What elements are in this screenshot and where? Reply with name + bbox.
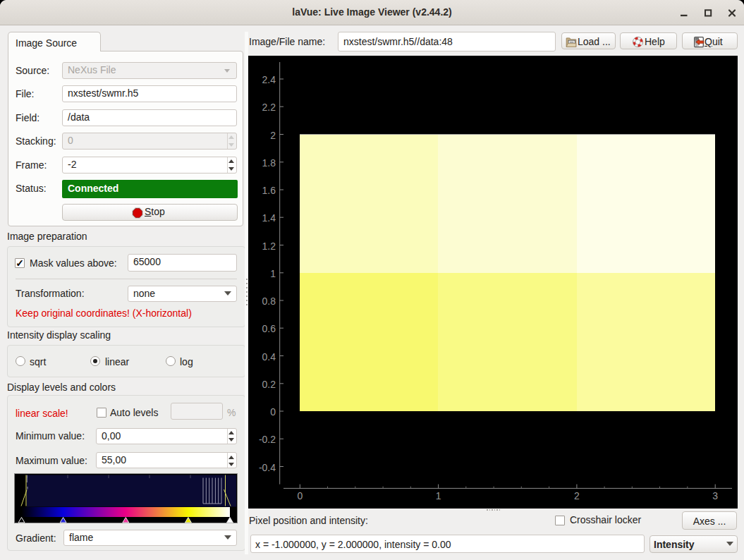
- svg-text:1: 1: [270, 268, 276, 279]
- svg-text:0.2: 0.2: [262, 379, 276, 390]
- svg-text:1.8: 1.8: [262, 157, 276, 169]
- svg-text:2: 2: [270, 130, 276, 141]
- svg-text:-0.2: -0.2: [259, 434, 276, 445]
- svg-text:1: 1: [436, 490, 441, 501]
- svg-text:0.8: 0.8: [262, 296, 276, 307]
- svg-text:2.2: 2.2: [262, 102, 276, 113]
- svg-text:1.2: 1.2: [262, 241, 276, 252]
- svg-text:0: 0: [297, 490, 303, 501]
- svg-text:-0.4: -0.4: [259, 462, 276, 473]
- svg-text:1.4: 1.4: [262, 212, 276, 224]
- svg-text:0.4: 0.4: [262, 351, 276, 363]
- svg-text:0.6: 0.6: [262, 323, 276, 334]
- svg-text:2: 2: [574, 490, 580, 501]
- svg-text:1.6: 1.6: [262, 185, 276, 196]
- svg-text:3: 3: [712, 490, 718, 501]
- svg-text:2.4: 2.4: [262, 74, 276, 85]
- svg-text:0: 0: [270, 406, 276, 418]
